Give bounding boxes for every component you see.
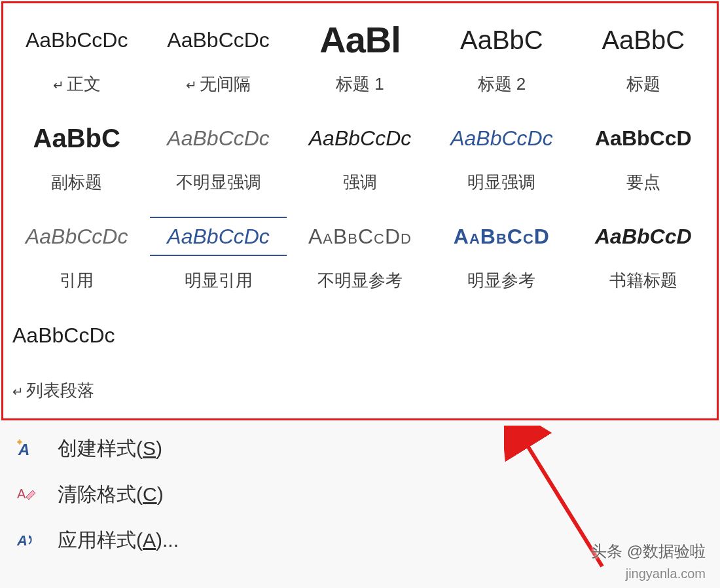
style-preview: AaBbCcDd — [292, 217, 428, 256]
style-preview: AaBbC — [433, 20, 569, 60]
style-label: ↵无间隔 — [186, 73, 251, 96]
clear-formatting-label: 清除格式(C) — [58, 481, 164, 508]
style-label: 不明显参考 — [317, 269, 403, 292]
style-preview: AaBbC — [575, 20, 711, 60]
style-preview: AaBl — [292, 20, 428, 60]
style-item-normal[interactable]: AaBbCcDc↵正文 — [6, 9, 147, 107]
style-item-emphasis[interactable]: AaBbCcDc强调 — [289, 107, 431, 205]
style-item-heading-1[interactable]: AaBl标题 1 — [289, 9, 431, 107]
style-item-intense-quote[interactable]: AaBbCcDc明显引用 — [147, 205, 289, 303]
styles-gallery-highlight: AaBbCcDc↵正文AaBbCcDc↵无间隔AaBl标题 1AaBbC标题 2… — [1, 1, 719, 420]
style-label: 书籍标题 — [609, 269, 677, 292]
clear-formatting-menu-item[interactable]: A 清除格式(C) — [12, 471, 706, 517]
watermark-author: 头条 @数据验啦 — [591, 541, 706, 562]
style-preview: AaBbC — [9, 119, 145, 158]
style-item-subtle-ref[interactable]: AaBbCcDd不明显参考 — [289, 205, 431, 303]
svg-text:A: A — [16, 532, 27, 549]
create-style-menu-item[interactable]: A 创建样式(S) — [12, 426, 706, 471]
style-item-quote[interactable]: AaBbCcDc引用 — [6, 205, 147, 303]
style-label: 标题 — [626, 73, 660, 96]
style-preview: AaBbCcDc — [433, 119, 569, 158]
style-preview: AaBbCcD — [575, 119, 711, 158]
style-item-heading-2[interactable]: AaBbC标题 2 — [431, 9, 572, 107]
style-label: 明显参考 — [467, 269, 535, 292]
style-preview: AaBbCcDc — [292, 119, 428, 158]
style-label: 副标题 — [51, 171, 102, 194]
watermark-site: jingyanla.com — [626, 566, 706, 581]
style-preview: AaBbCcDc — [9, 20, 145, 60]
style-label: 要点 — [626, 171, 660, 194]
style-item-subtitle[interactable]: AaBbC副标题 — [6, 107, 147, 205]
style-label: 引用 — [60, 269, 94, 292]
style-label: 标题 1 — [336, 73, 384, 96]
apply-style-icon: A — [13, 530, 39, 551]
style-label: 强调 — [343, 171, 377, 194]
style-item-intense-ref[interactable]: AaBbCcD明显参考 — [431, 205, 572, 303]
style-label: 明显强调 — [467, 171, 535, 194]
pilcrow-icon: ↵ — [12, 384, 24, 399]
apply-style-label: 应用样式(A)... — [58, 527, 179, 554]
style-label: ↵正文 — [53, 73, 101, 96]
style-label: ↵列表段落 — [12, 379, 94, 402]
pilcrow-icon: ↵ — [186, 78, 197, 92]
style-label: 不明显强调 — [176, 171, 261, 194]
style-preview: AaBbCcDc — [150, 217, 286, 256]
style-label: 标题 2 — [478, 73, 526, 96]
pilcrow-icon: ↵ — [53, 78, 64, 92]
styles-grid: AaBbCcDc↵正文AaBbCcDc↵无间隔AaBl标题 1AaBbC标题 2… — [6, 9, 714, 401]
style-item-intense-emph[interactable]: AaBbCcDc明显强调 — [431, 107, 572, 205]
svg-text:A: A — [17, 487, 26, 501]
style-preview: AaBbCcD — [433, 217, 569, 256]
style-item-title[interactable]: AaBbC标题 — [573, 9, 714, 107]
style-preview: AaBbCcDc — [150, 119, 286, 158]
create-style-label: 创建样式(S) — [58, 435, 162, 462]
clear-formatting-icon: A — [13, 484, 39, 505]
style-item-book-title[interactable]: AaBbCcD书籍标题 — [573, 205, 714, 303]
style-item-no-spacing[interactable]: AaBbCcDc↵无间隔 — [147, 9, 289, 107]
style-preview: AaBbCcDc — [150, 20, 286, 60]
style-preview: AaBbCcD — [575, 217, 711, 256]
style-item-subtle-emph[interactable]: AaBbCcDc不明显强调 — [147, 107, 289, 205]
style-preview: AaBbCcDc — [12, 316, 145, 355]
create-style-icon: A — [13, 438, 39, 459]
style-label: 明显引用 — [185, 269, 253, 292]
style-item-list-paragraph[interactable]: AaBbCcDc↵列表段落 — [6, 303, 147, 414]
style-preview: AaBbCcDc — [9, 217, 145, 256]
style-item-strong[interactable]: AaBbCcD要点 — [573, 107, 714, 205]
